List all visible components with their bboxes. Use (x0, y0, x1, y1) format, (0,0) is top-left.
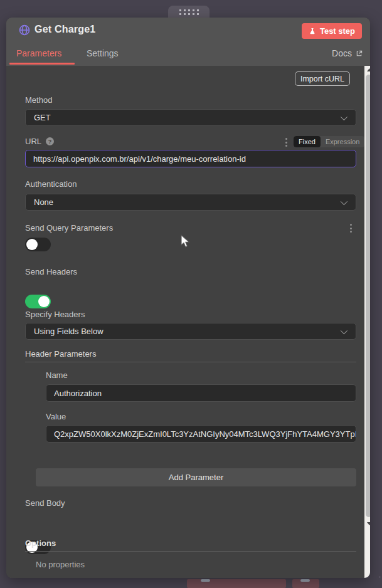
import-curl-button[interactable]: Import cURL (295, 71, 350, 86)
help-icon[interactable]: ? (46, 137, 54, 145)
external-link-icon (356, 50, 363, 57)
specify-headers-value: Using Fields Below (34, 327, 103, 336)
specify-headers-label: Specify Headers (25, 310, 85, 319)
panel-drag-handle[interactable] (168, 6, 210, 18)
canvas-node-handle (201, 579, 210, 582)
send-headers-label: Send Headers (25, 267, 77, 276)
options-empty-text: No properties (36, 560, 85, 569)
send-query-parameters-label: Send Query Parameters (25, 223, 113, 233)
param-value-input[interactable]: Q2xpZW50X0lkXzM0ZjExZmI0LTc3YzAtNGIyNy04… (46, 425, 356, 443)
mode-expression-button[interactable]: Expression (321, 136, 364, 147)
chevron-down-icon (341, 198, 348, 205)
workflow-canvas-backdrop: Get Charge1 Test step Parameters Setting… (0, 0, 382, 588)
method-value: GET (34, 113, 51, 122)
send-body-label: Send Body (25, 498, 65, 508)
url-input[interactable]: https://api.openpix.com.br/api/v1/charge… (25, 150, 356, 167)
node-title[interactable]: Get Charge1 (34, 24, 95, 35)
scrollbar-down-arrow[interactable] (367, 522, 370, 525)
param-name-label: Name (46, 370, 68, 380)
test-step-button[interactable]: Test step (302, 23, 362, 39)
param-name-input[interactable]: Authorization (46, 384, 356, 402)
options-title: Options (25, 538, 56, 548)
tab-parameters[interactable]: Parameters (16, 48, 61, 58)
docs-link[interactable]: Docs (332, 48, 363, 58)
authentication-value: None (34, 197, 53, 207)
drag-dots-icon (179, 9, 199, 15)
chevron-down-icon (341, 327, 348, 334)
flask-icon (309, 28, 316, 35)
mode-fixed-button[interactable]: Fixed (294, 136, 321, 147)
canvas-node-handle (300, 579, 310, 582)
scrollbar-up-arrow[interactable] (367, 68, 370, 71)
chevron-down-icon (341, 113, 348, 120)
section-divider (25, 551, 356, 552)
send-query-parameters-toggle[interactable] (25, 238, 51, 251)
scrollbar-thumb[interactable] (366, 75, 370, 517)
docs-label: Docs (332, 48, 352, 58)
active-tab-underline (9, 63, 75, 65)
authentication-label: Authentication (25, 179, 77, 189)
method-select[interactable]: GET (25, 109, 356, 126)
send-headers-toggle[interactable] (25, 295, 51, 308)
add-parameter-button[interactable]: Add Parameter (36, 468, 356, 486)
header-parameters-title: Header Parameters (25, 349, 96, 359)
value-mode-toggle: Fixed Expression (294, 136, 364, 147)
query-options-kebab-icon[interactable] (349, 223, 353, 234)
url-options-kebab-icon[interactable] (284, 137, 289, 148)
url-label: URL (25, 137, 41, 146)
authentication-select[interactable]: None (25, 194, 356, 211)
tab-settings[interactable]: Settings (87, 48, 119, 58)
section-divider (25, 362, 356, 362)
param-value-label: Value (46, 412, 66, 421)
method-label: Method (25, 95, 52, 105)
specify-headers-select[interactable]: Using Fields Below (25, 323, 356, 340)
test-step-label: Test step (320, 26, 355, 36)
node-settings-panel: Get Charge1 Test step Parameters Setting… (6, 18, 370, 578)
http-request-node-icon (18, 24, 31, 36)
